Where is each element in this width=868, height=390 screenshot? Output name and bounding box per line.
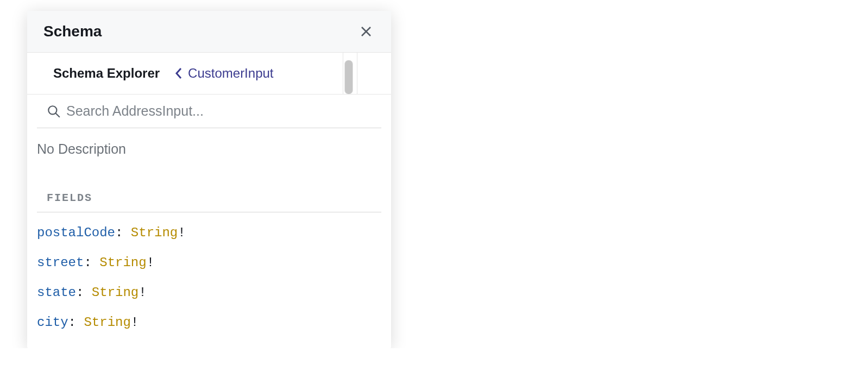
panel-header: Schema: [27, 11, 391, 53]
scroll-track-border: [343, 53, 343, 94]
field-name: street: [37, 255, 84, 270]
field-nonnull: !: [131, 315, 139, 330]
field-name: state: [37, 285, 76, 300]
search-icon: [47, 104, 61, 118]
field-row[interactable]: street: String!: [37, 248, 381, 278]
explorer-label: Schema Explorer: [53, 66, 160, 81]
field-colon: :: [115, 225, 131, 240]
field-nonnull: !: [178, 225, 185, 240]
svg-point-2: [48, 106, 56, 114]
search-row: [37, 95, 381, 128]
field-type: String: [84, 315, 130, 330]
panel-title: Schema: [43, 23, 102, 40]
field-nonnull: !: [139, 285, 146, 300]
fields-heading: FIELDS: [37, 157, 381, 212]
scroll-track-border: [357, 53, 357, 94]
svg-line-3: [55, 113, 60, 117]
field-type: String: [92, 285, 139, 300]
close-icon: [360, 25, 373, 38]
search-input[interactable]: [66, 103, 372, 119]
field-type: String: [131, 225, 178, 240]
chevron-left-icon: [175, 67, 183, 80]
field-row[interactable]: state: String!: [37, 278, 381, 307]
fields-list: postalCode: String! street: String! stat…: [27, 212, 391, 348]
field-colon: :: [76, 285, 92, 300]
description-text: No Description: [27, 128, 391, 157]
scrollbar-thumb[interactable]: [344, 60, 353, 94]
schema-panel: Schema Schema Explorer CustomerInput No …: [27, 11, 391, 348]
field-name: postalCode: [37, 225, 115, 240]
field-type: String: [99, 255, 146, 270]
field-colon: :: [68, 315, 84, 330]
close-button[interactable]: [357, 23, 375, 40]
field-colon: :: [84, 255, 99, 270]
field-row[interactable]: postalCode: String!: [37, 218, 381, 248]
breadcrumb-row: Schema Explorer CustomerInput: [27, 53, 391, 95]
field-row[interactable]: city: String!: [37, 307, 381, 337]
breadcrumb-parent-link[interactable]: CustomerInput: [175, 66, 273, 81]
field-name: city: [37, 315, 68, 330]
field-nonnull: !: [147, 255, 154, 270]
breadcrumb-parent-label: CustomerInput: [188, 66, 273, 81]
